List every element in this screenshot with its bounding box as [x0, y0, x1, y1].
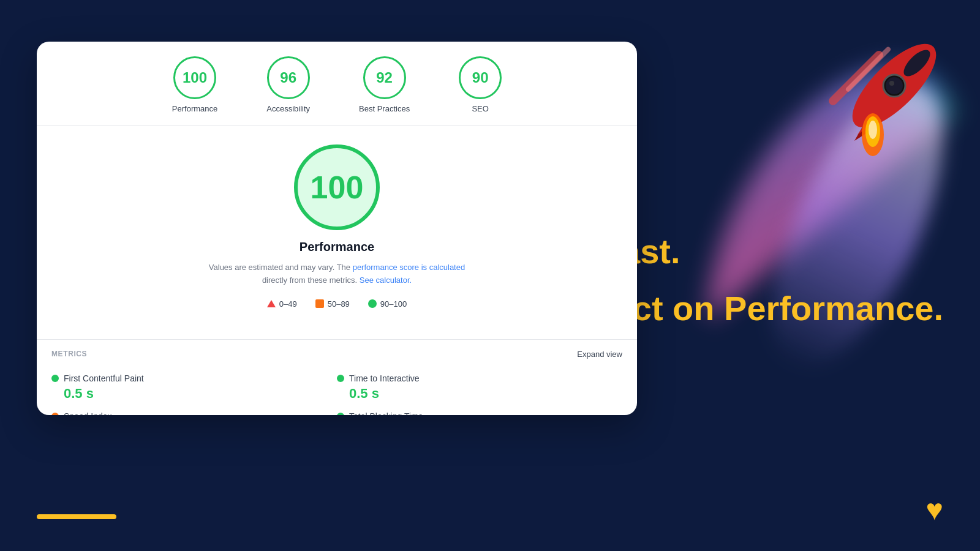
- score-label-seo: SEO: [472, 104, 488, 113]
- score-seo: 90 SEO: [459, 56, 502, 113]
- average-range: 50–89: [328, 299, 350, 309]
- metrics-title-label: METRICS: [51, 350, 87, 358]
- metric-tti-dot: [337, 375, 344, 382]
- description-text: Values are estimated and may vary. The p…: [209, 261, 465, 287]
- score-circle-best-practices: 92: [363, 56, 406, 99]
- metric-si: Speed Index: [51, 407, 337, 415]
- main-score-circle: 100: [294, 144, 380, 230]
- fail-icon: [267, 300, 276, 307]
- score-label-performance: Performance: [172, 104, 217, 113]
- score-legend: 0–49 50–89 90–100: [267, 299, 407, 309]
- score-label-best-practices: Best Practices: [359, 104, 410, 113]
- metric-si-dot: [51, 413, 59, 415]
- metric-tbt-name: Total Blocking Time: [349, 411, 423, 415]
- bottom-accent-bar: [37, 514, 116, 519]
- see-calculator-link[interactable]: See calculator.: [360, 276, 412, 285]
- lighthouse-card: 100 Performance 96 Accessibility 92 Best…: [37, 42, 637, 415]
- heart-icon: ♥: [926, 493, 944, 527]
- fail-range: 0–49: [279, 299, 297, 309]
- main-content: 100 Performance Values are estimated and…: [37, 126, 637, 339]
- metric-tti-name: Time to Interactive: [349, 373, 420, 383]
- metric-fcp-value: 0.5 s: [64, 386, 337, 402]
- legend-average: 50–89: [315, 299, 350, 309]
- performance-title: Performance: [300, 240, 374, 254]
- metric-tti: Time to Interactive 0.5 s: [337, 369, 622, 407]
- svg-point-4: [886, 77, 903, 94]
- metric-tti-name-row: Time to Interactive: [337, 373, 622, 383]
- performance-score-link[interactable]: performance score is calculated: [353, 263, 466, 272]
- metric-tbt-name-row: Total Blocking Time: [337, 411, 622, 415]
- legend-fail: 0–49: [267, 299, 297, 309]
- metric-si-name: Speed Index: [64, 411, 112, 415]
- svg-point-11: [869, 121, 877, 139]
- metric-fcp-dot: [51, 375, 59, 382]
- metrics-section: METRICS Expand view First Contentful Pai…: [37, 340, 637, 415]
- metric-fcp-name: First Contentful Paint: [64, 373, 144, 383]
- score-circle-accessibility: 96: [267, 56, 310, 99]
- metric-tti-value: 0.5 s: [349, 386, 622, 402]
- metric-fcp-name-row: First Contentful Paint: [51, 373, 337, 383]
- score-performance: 100 Performance: [172, 56, 217, 113]
- metrics-header: METRICS Expand view: [51, 350, 622, 359]
- score-accessibility: 96 Accessibility: [266, 56, 310, 113]
- score-label-accessibility: Accessibility: [266, 104, 310, 113]
- average-icon: [315, 299, 324, 308]
- legend-pass: 90–100: [368, 299, 407, 309]
- score-best-practices: 92 Best Practices: [359, 56, 410, 113]
- scores-section: 100 Performance 96 Accessibility 92 Best…: [37, 42, 637, 126]
- score-circle-performance: 100: [173, 56, 216, 99]
- metric-tbt: Total Blocking Time: [337, 407, 622, 415]
- metric-fcp: First Contentful Paint 0.5 s: [51, 369, 337, 407]
- expand-view-button[interactable]: Expand view: [577, 350, 622, 359]
- metric-tbt-dot: [337, 413, 344, 415]
- metrics-grid: First Contentful Paint 0.5 s Time to Int…: [51, 369, 622, 415]
- pass-range: 90–100: [380, 299, 407, 309]
- metric-si-name-row: Speed Index: [51, 411, 337, 415]
- svg-point-5: [889, 81, 894, 86]
- rocket-image: [784, 12, 956, 211]
- pass-icon: [368, 299, 377, 308]
- score-circle-seo: 90: [459, 56, 502, 99]
- main-score-number: 100: [311, 169, 364, 206]
